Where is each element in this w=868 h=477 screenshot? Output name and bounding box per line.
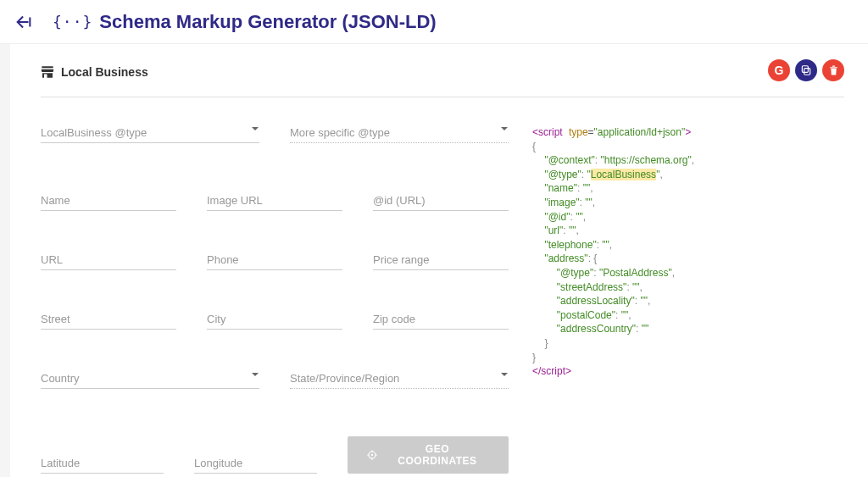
content-area: Local Business G bbox=[10, 44, 868, 477]
back-button[interactable] bbox=[12, 10, 36, 34]
trash-icon bbox=[828, 65, 839, 76]
action-bar: G bbox=[768, 59, 844, 81]
form-panel: GEO COORDINATES bbox=[41, 123, 509, 477]
json-ld-output: <script type="application/ld+json"> { "@… bbox=[532, 126, 844, 380]
name-input[interactable] bbox=[41, 191, 176, 211]
city-input[interactable] bbox=[207, 309, 342, 330]
code-panel: <script type="application/ld+json"> { "@… bbox=[532, 123, 844, 477]
latitude-input[interactable] bbox=[41, 453, 164, 474]
more-specific-type-select[interactable] bbox=[290, 123, 509, 143]
crosshair-icon bbox=[366, 449, 378, 461]
svg-rect-1 bbox=[804, 69, 810, 75]
geo-button-label: GEO COORDINATES bbox=[385, 443, 490, 467]
store-icon bbox=[41, 66, 54, 78]
image-url-input[interactable] bbox=[207, 191, 342, 211]
svg-point-4 bbox=[371, 454, 373, 456]
country-select[interactable] bbox=[41, 369, 259, 389]
back-arrow-icon bbox=[14, 13, 33, 31]
street-input[interactable] bbox=[41, 309, 176, 330]
svg-rect-0 bbox=[44, 75, 47, 78]
copy-button[interactable] bbox=[795, 59, 817, 81]
geo-coordinates-button[interactable]: GEO COORDINATES bbox=[348, 436, 509, 474]
page-title: Schema Markup Generator (JSON-LD) bbox=[99, 11, 436, 33]
section-title: Local Business bbox=[61, 65, 148, 79]
svg-rect-2 bbox=[802, 66, 808, 73]
phone-input[interactable] bbox=[207, 250, 342, 270]
delete-button[interactable] bbox=[822, 59, 844, 81]
logo-icon: {··} bbox=[53, 13, 92, 31]
id-url-input[interactable] bbox=[373, 191, 509, 211]
zip-input[interactable] bbox=[373, 309, 509, 330]
price-range-input[interactable] bbox=[373, 250, 509, 270]
google-test-button[interactable]: G bbox=[768, 59, 790, 81]
divider bbox=[41, 97, 844, 97]
url-input[interactable] bbox=[41, 250, 176, 270]
longitude-input[interactable] bbox=[194, 453, 317, 474]
local-business-type-select[interactable] bbox=[41, 123, 259, 143]
copy-icon bbox=[800, 64, 812, 76]
top-bar: {··} Schema Markup Generator (JSON-LD) bbox=[0, 0, 868, 44]
state-select[interactable] bbox=[290, 369, 509, 389]
